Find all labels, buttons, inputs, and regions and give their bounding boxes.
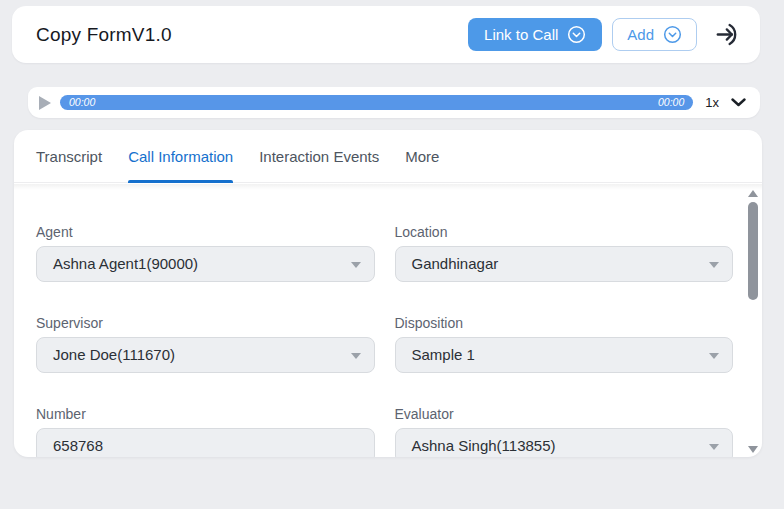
page-title: Copy FormV1.0	[36, 24, 458, 46]
playback-speed[interactable]: 1x	[705, 95, 719, 110]
field-evaluator: Evaluator Ashna Singh(113855)	[395, 406, 734, 457]
evaluator-value: Ashna Singh(113855)	[412, 437, 556, 454]
call-information-form: Agent Ashna Agent1(90000) Location Gandh…	[36, 183, 733, 457]
tab-more[interactable]: More	[405, 130, 439, 183]
supervisor-value: Jone Doe(111670)	[53, 346, 175, 363]
location-dropdown[interactable]: Gandhinagar	[395, 246, 734, 282]
supervisor-dropdown[interactable]: Jone Doe(111670)	[36, 337, 375, 373]
link-to-call-label: Link to Call	[484, 26, 558, 43]
disposition-value: Sample 1	[412, 346, 475, 363]
add-button[interactable]: Add	[612, 18, 697, 51]
play-icon[interactable]	[39, 96, 51, 110]
field-agent: Agent Ashna Agent1(90000)	[36, 224, 375, 282]
field-label: Agent	[36, 224, 375, 240]
dropdown-caret-icon	[351, 262, 361, 268]
number-input[interactable]: 658768	[36, 428, 375, 457]
chevron-down-circle-icon	[567, 25, 586, 44]
player-progress-bar[interactable]: 00:00 00:00	[60, 95, 693, 110]
audio-player: 00:00 00:00 1x	[28, 87, 760, 118]
main-card: Transcript Call Information Interaction …	[14, 130, 762, 457]
end-time: 00:00	[658, 95, 684, 110]
field-number: Number 658768	[36, 406, 375, 457]
disposition-dropdown[interactable]: Sample 1	[395, 337, 734, 373]
link-to-call-button[interactable]: Link to Call	[468, 18, 602, 51]
location-value: Gandhinagar	[412, 255, 499, 272]
field-disposition: Disposition Sample 1	[395, 315, 734, 373]
field-label: Location	[395, 224, 734, 240]
scrollbar-thumb[interactable]	[748, 202, 758, 300]
dropdown-caret-icon	[709, 444, 719, 450]
dropdown-caret-icon	[709, 353, 719, 359]
field-label: Disposition	[395, 315, 734, 331]
chevron-down-circle-icon	[663, 25, 682, 44]
chevron-down-icon[interactable]	[725, 98, 754, 107]
header-card: Copy FormV1.0 Link to Call Add	[12, 6, 760, 63]
agent-dropdown[interactable]: Ashna Agent1(90000)	[36, 246, 375, 282]
login-arrow-icon[interactable]	[715, 21, 742, 48]
tab-call-information[interactable]: Call Information	[128, 130, 233, 183]
field-supervisor: Supervisor Jone Doe(111670)	[36, 315, 375, 373]
field-label: Evaluator	[395, 406, 734, 422]
number-value: 658768	[53, 437, 103, 454]
add-label: Add	[627, 26, 654, 43]
tab-bar: Transcript Call Information Interaction …	[14, 130, 762, 183]
agent-value: Ashna Agent1(90000)	[53, 255, 198, 272]
scrollbar-up-icon[interactable]	[748, 190, 758, 197]
dropdown-caret-icon	[709, 262, 719, 268]
field-label: Supervisor	[36, 315, 375, 331]
dropdown-caret-icon	[351, 353, 361, 359]
tab-transcript[interactable]: Transcript	[36, 130, 102, 183]
field-location: Location Gandhinagar	[395, 224, 734, 282]
field-label: Number	[36, 406, 375, 422]
scrollbar	[747, 188, 759, 455]
tab-interaction-events[interactable]: Interaction Events	[259, 130, 379, 183]
evaluator-dropdown[interactable]: Ashna Singh(113855)	[395, 428, 734, 457]
scrollbar-down-icon[interactable]	[748, 446, 758, 453]
current-time: 00:00	[69, 95, 95, 110]
